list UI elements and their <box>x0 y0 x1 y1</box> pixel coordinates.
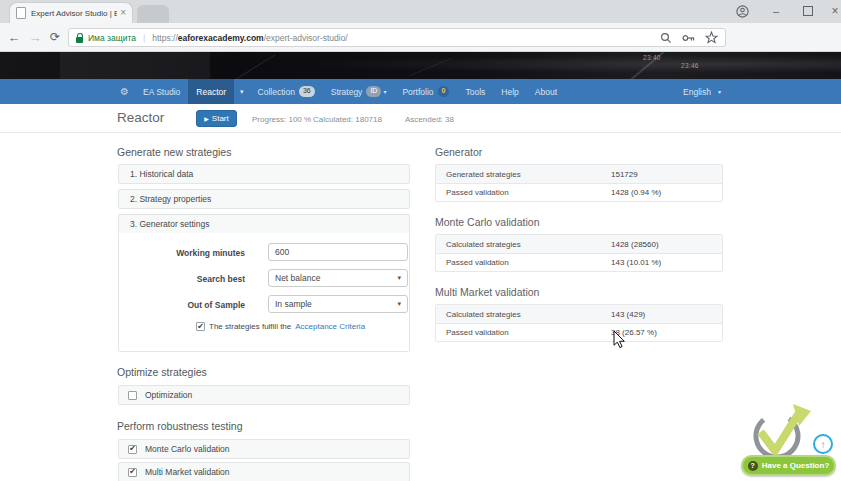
video-highlight <box>60 52 210 79</box>
nav-item-strategy[interactable]: StrategyID▾ <box>323 79 395 104</box>
page-title: Reactor <box>117 110 164 125</box>
nav-strategy-label: Strategy <box>331 87 363 97</box>
start-button[interactable]: ▶Start <box>196 110 237 127</box>
language-selector[interactable]: English ▾ <box>683 79 721 104</box>
stat-label: Calculated strategies <box>436 240 611 249</box>
accordion-strategy-properties[interactable]: 2. Strategy properties <box>118 189 410 209</box>
multi-market-checkbox[interactable]: ✔ <box>128 468 137 477</box>
generator-stats-table: Generated strategies151729 Passed valida… <box>435 164 723 202</box>
acceptance-criteria-link[interactable]: Acceptance Criteria <box>295 322 365 331</box>
nav-item-help[interactable]: Help <box>493 79 526 104</box>
favicon-icon <box>16 7 26 19</box>
working-minutes-input[interactable] <box>268 243 408 261</box>
search-best-select[interactable]: Net balance▾ <box>268 269 408 287</box>
browser-tab[interactable]: Expert Advisor Studio | E × <box>10 3 132 23</box>
table-row: Passed validation143 (10.01 %) <box>436 253 722 271</box>
optimization-checkbox[interactable] <box>128 391 137 400</box>
acceptance-criteria-row: ✔ The strategies fulfill the Acceptance … <box>196 322 365 331</box>
stat-label: Calculated strategies <box>436 310 611 319</box>
generate-strategies-heading: Generate new strategies <box>117 146 231 158</box>
fulfill-text: The strategies fulfill the <box>209 322 291 331</box>
stat-value: 151729 <box>611 170 638 179</box>
back-button[interactable]: ← <box>6 23 22 51</box>
nav-item-tools[interactable]: Tools <box>457 79 493 104</box>
password-key-icon[interactable] <box>682 32 695 44</box>
check-icon: ✔ <box>197 323 204 331</box>
nav-collection-label: Collection <box>258 87 295 97</box>
start-label: Start <box>212 114 229 123</box>
ascended-stat: Ascended: 38 <box>405 115 454 124</box>
nav-item-reactor[interactable]: Reactor <box>188 79 234 104</box>
stat-label: Generated strategies <box>436 170 611 179</box>
url-protocol: https:// <box>152 33 178 43</box>
stat-label: Passed validation <box>436 328 611 337</box>
optimize-strategies-heading: Optimize strategies <box>117 366 207 378</box>
select-caret-icon: ▾ <box>397 300 401 308</box>
stat-label: Passed validation <box>436 188 611 197</box>
question-icon: ? <box>748 461 758 471</box>
optimization-label: Optimization <box>145 390 192 400</box>
nav-brand[interactable]: EA Studio <box>135 79 188 104</box>
optimization-row[interactable]: Optimization <box>118 385 410 405</box>
forward-button[interactable]: → <box>27 23 43 51</box>
tab-strip: Expert Advisor Studio | E × – × <box>0 0 841 23</box>
video-timestamp: 23:40 <box>643 54 661 61</box>
reload-button[interactable]: ⟳ <box>47 23 63 51</box>
bookmark-star-icon[interactable] <box>705 31 718 44</box>
minimize-button[interactable]: – <box>767 0 785 22</box>
calculated-stat: Calculated: 180718 <box>313 115 382 124</box>
table-row: Calculated strategies1428 (28560) <box>436 235 722 253</box>
nav-item-portfolio[interactable]: Portfolio0 <box>394 79 457 104</box>
collection-count-badge: 36 <box>299 86 315 96</box>
table-row: Generated strategies151729 <box>436 165 722 183</box>
navbar-items: ⚙ EA Studio Reactor ▾ Collection36 Strat… <box>116 79 565 104</box>
monte-carlo-row[interactable]: ✔ Monte Carlo validation <box>118 439 410 459</box>
nav-portfolio-label: Portfolio <box>402 87 433 97</box>
out-of-sample-value: In sample <box>275 299 312 309</box>
working-minutes-label: Working minutes <box>127 248 245 258</box>
stat-value: 143 (10.01 %) <box>611 258 661 267</box>
omnibox-icons <box>660 31 718 44</box>
window-close-button[interactable]: × <box>828 0 841 22</box>
multi-market-label: Multi Market validation <box>145 467 230 477</box>
new-tab-button[interactable] <box>137 5 169 23</box>
monte-carlo-checkbox[interactable]: ✔ <box>128 445 137 454</box>
stat-label: Passed validation <box>436 258 611 267</box>
url-path: /expert-advisor-studio/ <box>264 33 348 43</box>
address-divider: | <box>143 33 145 43</box>
video-strip: 23:40 23:46 <box>0 52 841 79</box>
generator-section-title: Generator <box>435 146 482 158</box>
out-of-sample-select[interactable]: In sample▾ <box>268 295 408 313</box>
search-best-label: Search best <box>127 274 245 284</box>
maximize-button[interactable] <box>799 0 817 22</box>
reactor-dropdown-caret-icon[interactable]: ▾ <box>234 79 250 104</box>
progress-stat: Progress: 100 % <box>252 115 311 124</box>
accordion-generator-settings[interactable]: 3. Generator settings <box>118 214 410 234</box>
fulfill-checkbox[interactable]: ✔ <box>196 322 205 331</box>
up-arrow-icon: ↑ <box>821 439 826 450</box>
url-domain: eaforexacademy.com <box>178 33 264 43</box>
table-row: Calculated strategies143 (429) <box>436 305 722 323</box>
table-row: Passed validation38 (26.57 %) <box>436 323 722 341</box>
check-icon: ✔ <box>129 468 136 476</box>
zoom-icon[interactable] <box>660 32 672 44</box>
address-bar[interactable]: Има защита | https://eaforexacademy.com/… <box>68 28 726 47</box>
portfolio-count-badge: 0 <box>438 86 450 96</box>
stat-value: 1428 (28560) <box>611 240 659 249</box>
multi-market-row[interactable]: ✔ Multi Market validation <box>118 462 410 481</box>
maximize-icon <box>803 6 813 16</box>
mouse-cursor <box>613 330 626 349</box>
settings-gear-icon[interactable]: ⚙ <box>116 79 135 104</box>
scroll-to-top-button[interactable]: ↑ <box>813 434 833 454</box>
language-label: English <box>683 87 711 97</box>
nav-item-about[interactable]: About <box>527 79 565 104</box>
accordion-label: 1. Historical data <box>130 169 193 179</box>
monte-carlo-section-title: Monte Carlo validation <box>435 216 539 228</box>
secure-label: Има защита <box>88 33 136 43</box>
have-a-question-button[interactable]: ? Have a Question? <box>741 455 836 476</box>
tab-close-icon[interactable]: × <box>120 8 126 18</box>
accordion-historical-data[interactable]: 1. Historical data <box>118 164 410 184</box>
nav-item-collection[interactable]: Collection36 <box>250 79 323 104</box>
profile-icon[interactable] <box>733 0 751 22</box>
url-text: https://eaforexacademy.com/expert-adviso… <box>152 33 347 43</box>
